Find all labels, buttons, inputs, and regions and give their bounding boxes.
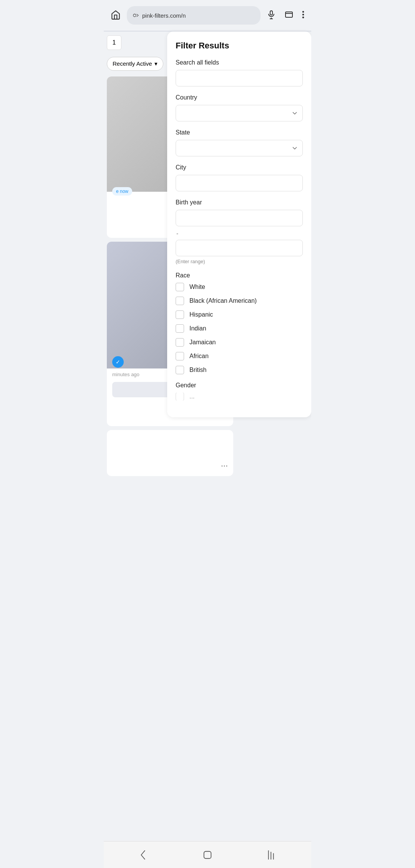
sort-dropdown[interactable]: Recently Active ▾ <box>107 57 163 71</box>
checkbox-jamaican[interactable] <box>176 338 184 347</box>
svg-point-0 <box>133 14 136 17</box>
birth-year-section: Birth year - (Enter range) <box>176 199 303 264</box>
more-options-dots[interactable]: ··· <box>221 461 228 471</box>
filter-panel: Filter Results Search all fields Country… <box>167 32 311 417</box>
gender-section: Gender ... <box>176 382 303 400</box>
svg-point-5 <box>302 11 304 13</box>
race-option-jamaican[interactable]: Jamaican <box>176 338 303 347</box>
country-label: Country <box>176 94 303 101</box>
microphone-button[interactable] <box>264 8 278 23</box>
back-button[interactable] <box>134 846 153 863</box>
race-option-indian[interactable]: Indian <box>176 324 303 333</box>
checkbox-black[interactable] <box>176 297 184 305</box>
svg-rect-1 <box>270 11 272 15</box>
race-option-white[interactable]: White <box>176 283 303 291</box>
race-section: Race White Black (African American) Hisp… <box>176 272 303 374</box>
more-options-button[interactable] <box>300 8 307 23</box>
search-label: Search all fields <box>176 59 303 66</box>
result-count-badge: 1 <box>107 35 121 50</box>
sort-arrow-icon: ▾ <box>154 60 158 67</box>
race-option-african[interactable]: African <box>176 352 303 360</box>
sort-label: Recently Active <box>113 60 152 67</box>
browser-home-button[interactable] <box>108 8 123 23</box>
checkbox-indian[interactable] <box>176 324 184 333</box>
checkbox-african[interactable] <box>176 352 184 360</box>
race-option-hispanic[interactable]: Hispanic <box>176 310 303 319</box>
gender-label: Gender <box>176 382 303 389</box>
online-status-badge: e now <box>112 187 132 196</box>
race-african-label: African <box>189 353 209 360</box>
url-text: pink-filters.com/n <box>142 12 186 19</box>
tab-switcher-button[interactable] <box>282 8 296 23</box>
gender-partial-label: ... <box>189 393 194 400</box>
gender-option-partial[interactable]: ... <box>176 393 303 400</box>
checkbox-gender-partial[interactable] <box>176 393 184 400</box>
city-label: City <box>176 164 303 171</box>
filter-title: Filter Results <box>176 41 303 51</box>
city-section: City <box>176 164 303 191</box>
state-select[interactable] <box>176 140 303 156</box>
birth-year-from-input[interactable] <box>176 210 303 226</box>
race-white-label: White <box>189 284 205 290</box>
checkbox-hispanic[interactable] <box>176 310 184 319</box>
svg-rect-15 <box>204 851 211 858</box>
range-note: (Enter range) <box>176 259 303 264</box>
recents-button[interactable] <box>262 846 281 863</box>
search-section: Search all fields <box>176 59 303 86</box>
svg-point-6 <box>302 13 304 15</box>
range-separator: - <box>176 230 303 237</box>
tracking-icon <box>132 13 139 18</box>
state-label: State <box>176 129 303 136</box>
verified-check-icon: ✓ <box>112 356 124 368</box>
main-content: 1 Recently Active ▾ <box>104 32 311 484</box>
profile-card-3[interactable]: ··· <box>107 430 233 476</box>
address-bar[interactable]: pink-filters.com/n <box>127 6 261 25</box>
race-jamaican-label: Jamaican <box>189 339 216 346</box>
svg-rect-4 <box>286 12 292 17</box>
birth-year-to-input[interactable] <box>176 240 303 256</box>
race-british-label: British <box>189 367 206 373</box>
race-black-label: Black (African American) <box>189 297 257 304</box>
race-indian-label: Indian <box>189 325 206 332</box>
city-input[interactable] <box>176 175 303 191</box>
state-section: State <box>176 129 303 156</box>
birth-year-label: Birth year <box>176 199 303 206</box>
country-select[interactable] <box>176 105 303 121</box>
race-option-british[interactable]: British <box>176 366 303 374</box>
svg-point-7 <box>302 17 304 18</box>
country-section: Country <box>176 94 303 121</box>
search-input[interactable] <box>176 70 303 86</box>
race-label: Race <box>176 272 303 279</box>
bottom-navigation <box>104 841 311 868</box>
race-option-black[interactable]: Black (African American) <box>176 297 303 305</box>
checkbox-white[interactable] <box>176 283 184 291</box>
race-hispanic-label: Hispanic <box>189 311 213 318</box>
checkbox-british[interactable] <box>176 366 184 374</box>
home-button[interactable] <box>198 846 217 863</box>
browser-chrome: pink-filters.com/n <box>104 0 311 31</box>
